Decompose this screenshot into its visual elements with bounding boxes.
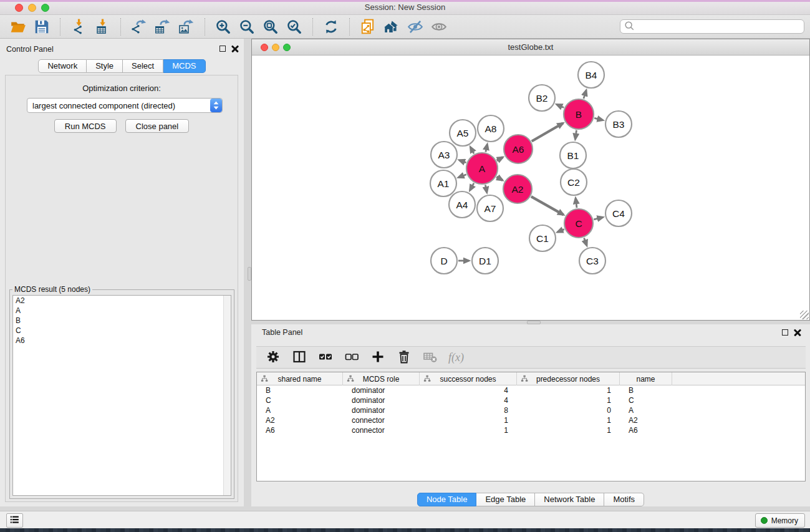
mcds-result-item[interactable]: A6 xyxy=(13,336,231,346)
close-panel-button[interactable]: Close panel xyxy=(125,119,190,133)
mcds-result-list[interactable]: A2ABCA6 xyxy=(12,295,231,496)
graph-node-label-B3: B3 xyxy=(613,119,625,130)
float-table-panel-icon[interactable] xyxy=(782,329,788,336)
close-table-panel-icon[interactable] xyxy=(794,329,801,336)
graph-edge-A-A8[interactable] xyxy=(486,144,488,152)
float-panel-icon[interactable] xyxy=(219,46,226,52)
hierarchy-icon xyxy=(347,375,354,384)
mcds-result-title: MCDS result (5 nodes) xyxy=(12,285,92,294)
network-canvas[interactable]: A1A3A5A8A4A7B1B2B3B4C1C2C3C4DD1AA6A2BC xyxy=(252,56,809,320)
table-row[interactable]: Bdominator41B xyxy=(257,385,805,395)
column-header-MCDS-role[interactable]: MCDS role xyxy=(343,372,420,385)
tab-mcds[interactable]: MCDS xyxy=(163,59,205,73)
tab-style[interactable]: Style xyxy=(87,59,123,73)
export-table-button[interactable] xyxy=(152,17,173,36)
add-column-icon xyxy=(370,349,385,366)
graph-edge-B-B1[interactable] xyxy=(576,130,577,139)
show-details-icon xyxy=(431,19,447,35)
import-network-button[interactable] xyxy=(68,17,89,36)
table-row[interactable]: Adominator80A xyxy=(257,405,805,415)
zoom-fit-button[interactable] xyxy=(260,17,281,36)
graph-edge-C-C2[interactable] xyxy=(576,198,577,208)
graph-edge-C-C3[interactable] xyxy=(584,238,587,246)
table-header-row: shared nameMCDS rolesuccessor nodesprede… xyxy=(257,372,805,385)
graph-edge-A-A1[interactable] xyxy=(458,175,466,178)
memory-button[interactable]: Memory xyxy=(755,513,805,528)
mcds-result-item[interactable]: C xyxy=(13,326,231,336)
table-cell: A6 xyxy=(620,425,672,435)
graph-edge-A-A7[interactable] xyxy=(485,185,486,193)
select-all-columns-button[interactable] xyxy=(315,348,336,367)
add-column-button[interactable] xyxy=(367,348,388,367)
split-panel-button[interactable] xyxy=(289,348,310,367)
tab-network[interactable]: Network xyxy=(38,59,87,73)
graph-edge-A-A6[interactable] xyxy=(497,157,503,160)
toolbar-separator xyxy=(120,18,121,36)
table-panel: Table Panel f(x) shared nameMCDS rolesuc… xyxy=(251,324,810,506)
homes-button[interactable] xyxy=(381,17,402,36)
mcds-result-item[interactable]: A2 xyxy=(13,296,231,306)
duplicate-network-button[interactable] xyxy=(357,17,378,36)
mcds-result-item[interactable]: A xyxy=(13,306,231,316)
unselect-all-columns-button[interactable] xyxy=(341,348,362,367)
search-box[interactable] xyxy=(620,19,804,34)
table-cell: 1 xyxy=(420,415,517,425)
tab-network-table[interactable]: Network Table xyxy=(535,493,604,506)
optimization-criterion-select[interactable]: largest connected component (directed) xyxy=(27,98,223,113)
graph-edge-B-B4[interactable] xyxy=(584,90,586,99)
graph-edge-C-C1[interactable] xyxy=(557,230,564,233)
export-network-button[interactable] xyxy=(128,17,150,36)
selected-criterion: largest connected component (directed) xyxy=(27,101,210,110)
tab-motifs[interactable]: Motifs xyxy=(604,493,644,506)
control-panel-title: Control Panel xyxy=(6,45,54,54)
table-row[interactable]: A2connector11A2 xyxy=(257,415,805,425)
show-details-button[interactable] xyxy=(428,17,450,36)
table-row[interactable]: Cdominator41C xyxy=(257,395,805,405)
network-graph[interactable]: A1A3A5A8A4A7B1B2B3B4C1C2C3C4DD1AA6A2BC xyxy=(252,56,809,320)
graph-edge-A-A2[interactable] xyxy=(496,177,502,181)
graph-edge-C-C4[interactable] xyxy=(594,217,603,220)
graph-edge-A6-B[interactable] xyxy=(532,123,563,142)
open-session-button[interactable] xyxy=(7,17,29,36)
network-window-titlebar[interactable]: testGlobe.txt xyxy=(252,39,809,56)
apply-function-button[interactable]: f(x) xyxy=(446,351,466,364)
column-header-predecessor-nodes[interactable]: predecessor nodes xyxy=(517,372,620,385)
refresh-button[interactable] xyxy=(321,17,342,36)
graph-edge-A-A5[interactable] xyxy=(470,147,474,154)
column-header-shared-name[interactable]: shared name xyxy=(257,372,343,385)
toolbar-icon-group xyxy=(7,17,450,36)
column-header-successor-nodes[interactable]: successor nodes xyxy=(420,372,517,385)
close-panel-icon[interactable] xyxy=(231,45,239,52)
zoom-out-button[interactable] xyxy=(236,17,258,36)
zoom-in-button[interactable] xyxy=(213,17,234,36)
save-session-button[interactable] xyxy=(31,17,52,36)
graph-edge-B-B2[interactable] xyxy=(557,105,564,108)
graph-edge-B-B3[interactable] xyxy=(594,118,603,120)
tab-edge-table[interactable]: Edge Table xyxy=(476,493,535,506)
tab-node-table[interactable]: Node Table xyxy=(417,493,477,506)
resize-grip[interactable] xyxy=(800,311,809,319)
export-image-button[interactable] xyxy=(176,17,197,36)
table-settings-button[interactable] xyxy=(263,348,284,367)
graph-node-label-A1: A1 xyxy=(438,178,450,189)
hide-details-button[interactable] xyxy=(405,17,426,36)
run-mcds-button[interactable]: Run MCDS xyxy=(54,119,117,133)
delete-columns-button[interactable] xyxy=(393,348,415,367)
mcds-result-item[interactable]: B xyxy=(13,316,231,326)
column-header-name[interactable]: name xyxy=(620,372,672,385)
table-cell: 1 xyxy=(517,395,620,405)
result-list-scrollbar[interactable] xyxy=(223,296,231,495)
import-table-button[interactable] xyxy=(92,17,113,36)
task-history-button[interactable] xyxy=(6,513,23,528)
export-table-icon xyxy=(155,19,171,35)
graph-edge-A-A4[interactable] xyxy=(470,183,474,191)
search-input[interactable] xyxy=(635,21,804,32)
graph-edge-A-A3[interactable] xyxy=(460,160,466,163)
optimization-criterion-label: Optimization criterion: xyxy=(6,84,238,93)
table-cell: A6 xyxy=(257,425,343,435)
zoom-selected-button[interactable] xyxy=(284,17,305,36)
graph-edge-A2-C[interactable] xyxy=(531,196,564,215)
table-row[interactable]: A6connector11A6 xyxy=(257,425,805,435)
tab-select[interactable]: Select xyxy=(123,59,163,73)
delete-table-button[interactable] xyxy=(420,348,441,367)
